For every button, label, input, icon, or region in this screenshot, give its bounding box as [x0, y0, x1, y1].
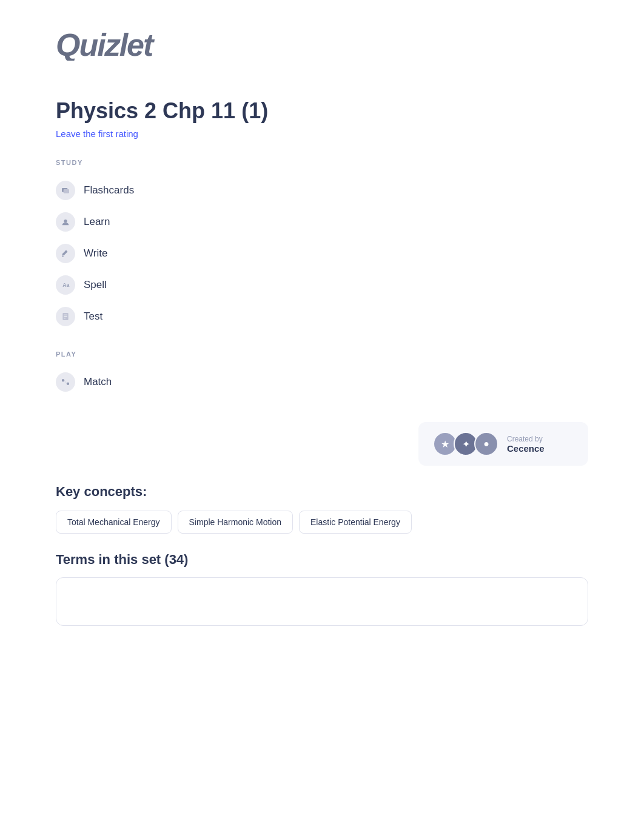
page-title: Physics 2 Chp 11 (1) — [56, 98, 588, 124]
study-item-write[interactable]: Write — [56, 238, 588, 269]
test-label: Test — [84, 310, 102, 323]
logo-area: Quizlet — [56, 24, 588, 68]
creator-name[interactable]: Cecence — [507, 443, 545, 454]
terms-section: Terms in this set (34) — [56, 552, 588, 626]
title-area: Physics 2 Chp 11 (1) Leave the first rat… — [56, 98, 588, 139]
spell-svg: Aa — [61, 280, 70, 290]
spell-icon: Aa — [56, 275, 75, 295]
flashcards-label: Flashcards — [84, 184, 134, 196]
test-svg — [61, 312, 70, 321]
write-svg — [61, 249, 70, 258]
play-section: PLAY Match — [56, 350, 588, 398]
match-svg — [61, 377, 70, 387]
study-section-label: STUDY — [56, 159, 588, 166]
svg-rect-12 — [62, 379, 64, 381]
logo-svg: Quizlet — [56, 24, 195, 61]
svg-rect-2 — [64, 189, 69, 193]
term-card-1 — [56, 577, 588, 626]
creator-info: Created by Cecence — [507, 435, 545, 454]
terms-title: Terms in this set (34) — [56, 552, 588, 568]
spell-label: Spell — [84, 279, 107, 291]
cards-svg — [61, 186, 70, 195]
creator-card: ★ ✦ ● Created by Cecence — [418, 422, 588, 466]
write-label: Write — [84, 247, 107, 260]
learn-svg — [61, 217, 70, 227]
study-section: STUDY Flashcards Learn — [56, 159, 588, 332]
concept-chip-shm[interactable]: Simple Harmonic Motion — [178, 511, 293, 534]
quizlet-logo[interactable]: Quizlet — [56, 24, 588, 68]
rating-link[interactable]: Leave the first rating — [56, 129, 138, 139]
concept-chip-tme[interactable]: Total Mechanical Energy — [56, 511, 172, 534]
svg-point-3 — [64, 220, 67, 223]
cards-icon — [56, 181, 75, 200]
creator-area: ★ ✦ ● Created by Cecence — [56, 422, 588, 466]
key-concepts-section: Key concepts: Total Mechanical Energy Si… — [56, 484, 588, 534]
study-item-test[interactable]: Test — [56, 301, 588, 332]
study-item-match[interactable]: Match — [56, 366, 588, 398]
test-icon — [56, 307, 75, 326]
learn-label: Learn — [84, 216, 110, 228]
svg-text:Quizlet: Quizlet — [56, 27, 155, 61]
concepts-list: Total Mechanical Energy Simple Harmonic … — [56, 511, 588, 534]
avatar-3: ● — [474, 432, 498, 456]
write-icon — [56, 244, 75, 263]
match-label: Match — [84, 376, 112, 388]
match-icon — [56, 372, 75, 392]
concept-chip-epe[interactable]: Elastic Potential Energy — [299, 511, 412, 534]
svg-line-14 — [64, 380, 67, 383]
learn-icon — [56, 212, 75, 232]
creator-label: Created by — [507, 435, 545, 443]
play-section-label: PLAY — [56, 350, 588, 358]
study-item-flashcards[interactable]: Flashcards — [56, 175, 588, 206]
svg-rect-13 — [67, 383, 69, 385]
svg-text:Aa: Aa — [62, 282, 69, 288]
study-item-learn[interactable]: Learn — [56, 206, 588, 238]
key-concepts-title: Key concepts: — [56, 484, 588, 500]
study-item-spell[interactable]: Aa Spell — [56, 269, 588, 301]
creator-avatar-group: ★ ✦ ● — [433, 432, 498, 456]
